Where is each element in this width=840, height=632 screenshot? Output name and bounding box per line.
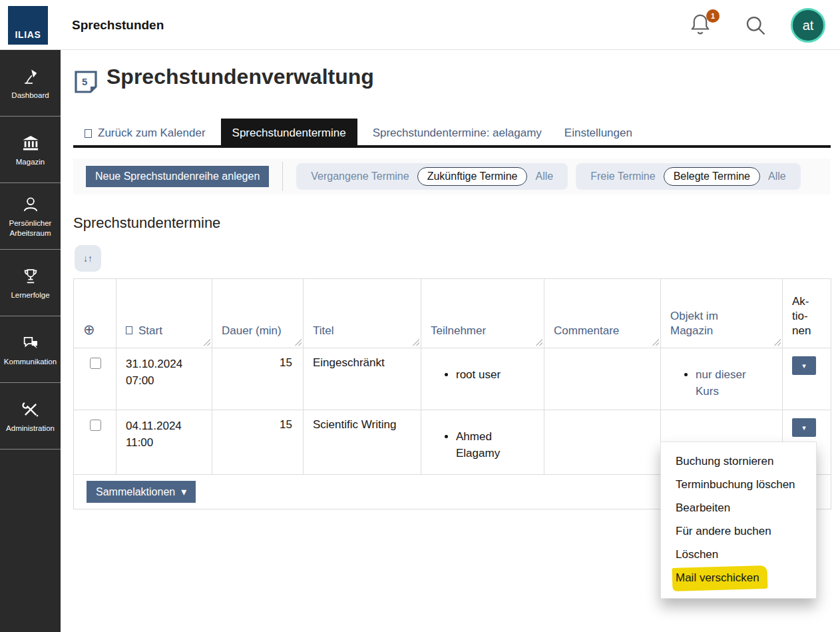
sidebar-item-kommunikation[interactable]: Kommunikation xyxy=(0,316,61,383)
search-icon xyxy=(743,13,767,37)
column-resize-handle[interactable] xyxy=(652,339,659,346)
filter-vergangene-termine[interactable]: Vergangene Termine xyxy=(303,167,417,186)
repository-object-link[interactable]: nur dieser Kurs xyxy=(696,368,746,398)
toolbar-divider xyxy=(282,162,283,191)
column-header-objekt-im-magazin: Objekt im Magazin xyxy=(661,279,783,348)
tab-einstellungen[interactable]: Einstellungen xyxy=(553,119,644,148)
column-resize-handle[interactable] xyxy=(536,339,542,346)
sidebar-item-label: Dashboard xyxy=(11,91,49,101)
repository-object-item: nur dieser Kurs xyxy=(696,367,757,400)
sidebar-item-persoenlicher-arbeitsraum[interactable]: Persönlicher Arbeitsraum xyxy=(0,183,61,250)
table-section-title: Sprechstundentermine xyxy=(73,214,220,232)
booking-filter-group: Freie Termine Belegte Termine Alle xyxy=(576,163,801,190)
person-icon xyxy=(21,194,40,215)
sort-button[interactable]: ↓↑ xyxy=(75,245,101,272)
sidebar-item-label: Administration xyxy=(6,424,55,434)
time-filter-group: Vergangene Termine Zukünftige Termine Al… xyxy=(296,163,568,190)
ilias-logo-text: ILIAS xyxy=(15,29,41,40)
tools-icon xyxy=(21,399,40,420)
comments-cell xyxy=(544,348,661,410)
duration-cell: 15 xyxy=(212,348,304,410)
top-header-bar: ILIAS Sprechstunden 1 at xyxy=(0,0,840,50)
menu-item-terminbuchung-loeschen[interactable]: Terminbuchung löschen xyxy=(661,473,816,496)
duration-cell: 15 xyxy=(212,410,304,475)
sidebar-item-label: Kommunikation xyxy=(4,357,57,367)
column-header-dauer: Dauer (min) xyxy=(212,279,304,348)
trophy-icon xyxy=(21,266,40,287)
column-header-commentare: Commentare xyxy=(544,279,661,348)
sidebar-item-label: Lernerfolge xyxy=(11,290,49,300)
participant-item: root user xyxy=(456,367,517,384)
table-row: 31.10.2024 07:00 15 Eingeschränkt root u… xyxy=(74,348,831,410)
menu-item-buchung-stornieren[interactable]: Buchung stornieren xyxy=(661,450,816,473)
sidebar-item-magazin[interactable]: Magazin xyxy=(0,117,61,183)
column-header-teilnehmer: Teilnehmer xyxy=(421,279,544,348)
title-cell: Eingeschränkt xyxy=(304,348,421,410)
app-title: Sprechstunden xyxy=(72,0,164,50)
row-checkbox[interactable] xyxy=(90,358,101,369)
menu-item-loeschen[interactable]: Löschen xyxy=(661,543,816,566)
filter-freie-termine[interactable]: Freie Termine xyxy=(582,167,664,186)
notification-badge: 1 xyxy=(706,9,720,23)
filter-alle-zeit[interactable]: Alle xyxy=(527,167,561,186)
calendar-day-icon: 5 xyxy=(73,69,99,95)
bulk-actions-button[interactable]: Sammelaktionen ▾ xyxy=(87,481,196,503)
caret-down-icon: ▾ xyxy=(181,485,186,498)
filter-alle-buchung[interactable]: Alle xyxy=(760,167,794,186)
start-cell: 04.11.2024 11:00 xyxy=(116,410,212,475)
main-content: 5 Sprechstundenverwaltung Zurück zum Kal… xyxy=(61,50,840,632)
menu-item-bearbeiten[interactable]: Bearbeiten xyxy=(661,496,816,519)
sidebar-item-label: Persönlicher Arbeitsraum xyxy=(1,218,60,238)
participants-cell: Ahmed Elagamy xyxy=(421,410,544,475)
main-sidebar: Dashboard Magazin Persönlicher Arbeitsra… xyxy=(0,50,61,632)
caret-down-icon: ▾ xyxy=(802,424,806,432)
column-header-titel: Titel xyxy=(304,279,421,348)
title-cell: Scientific Writing xyxy=(304,410,421,475)
sidebar-item-dashboard[interactable]: Dashboard xyxy=(0,50,61,117)
sidebar-item-administration[interactable]: Administration xyxy=(0,383,61,450)
column-resize-handle[interactable] xyxy=(295,339,302,346)
filter-belegte-termine[interactable]: Belegte Termine xyxy=(664,167,760,186)
svg-text:5: 5 xyxy=(82,76,87,87)
column-resize-handle[interactable] xyxy=(774,339,781,346)
search-button[interactable] xyxy=(743,13,767,37)
ilias-logo[interactable]: ILIAS xyxy=(8,6,48,45)
filter-toolbar: Neue Sprechstundenreihe anlegen Vergange… xyxy=(73,158,831,194)
calendar-placeholder-icon xyxy=(126,326,132,334)
sidebar-item-label: Magazin xyxy=(16,157,45,167)
new-sprechstundenreihe-button[interactable]: Neue Sprechstundenreihe anlegen xyxy=(86,166,269,187)
tab-zurueck-zum-kalender[interactable]: Zurück zum Kalender xyxy=(73,119,217,148)
user-avatar[interactable]: at xyxy=(791,8,825,43)
tab-sprechstundentermine-aelagamy[interactable]: Sprechstundentermine: aelagamy xyxy=(361,119,553,148)
sidebar-item-lernerfolge[interactable]: Lernerfolge xyxy=(0,250,61,316)
caret-down-icon: ▾ xyxy=(802,362,806,370)
row-checkbox[interactable] xyxy=(90,420,101,431)
menu-item-mail-verschicken[interactable]: Mail verschicken xyxy=(661,566,816,589)
notifications-button[interactable]: 1 xyxy=(689,12,718,41)
tab-sprechstundentermine[interactable]: Sprechstundentermine xyxy=(221,119,357,148)
calendar-placeholder-icon xyxy=(85,129,92,138)
row-actions-dropdown-button[interactable]: ▾ xyxy=(792,418,816,437)
bank-icon xyxy=(21,133,41,154)
table-header-row: ⊕ Start Dauer (min) Titel xyxy=(74,279,831,348)
repository-object-cell: nur dieser Kurs xyxy=(661,348,783,410)
row-actions-dropdown-button[interactable]: ▾ xyxy=(792,356,816,375)
add-circle-icon[interactable]: ⊕ xyxy=(83,322,95,337)
tab-underline xyxy=(73,145,831,148)
column-header-select: ⊕ xyxy=(74,279,116,348)
sort-icon: ↓↑ xyxy=(83,253,93,264)
start-cell: 31.10.2024 07:00 xyxy=(116,348,212,410)
filter-zukuenftige-termine[interactable]: Zukünftige Termine xyxy=(417,167,528,186)
row-select-cell xyxy=(74,348,116,410)
chat-icon xyxy=(21,332,41,354)
column-resize-handle[interactable] xyxy=(204,339,210,346)
menu-item-fuer-andere-buchen[interactable]: Für andere buchen xyxy=(661,519,816,543)
column-resize-handle[interactable] xyxy=(413,339,419,346)
column-header-aktionen: Ak-tio-nen xyxy=(783,279,831,348)
column-header-start: Start xyxy=(116,279,212,348)
tab-bar: Zurück zum Kalender Sprechstundentermine… xyxy=(73,119,644,148)
avatar-initials: at xyxy=(803,18,814,33)
page-title: Sprechstundenverwaltung xyxy=(106,65,374,89)
ilias-app: ILIAS Sprechstunden 1 at xyxy=(0,0,840,632)
row-select-cell xyxy=(74,410,116,475)
